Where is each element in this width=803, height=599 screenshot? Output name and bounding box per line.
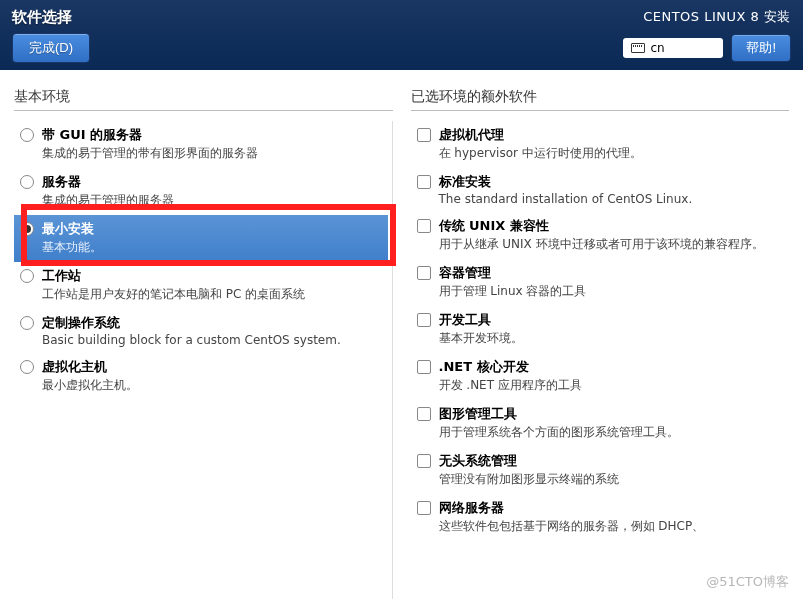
page-title: 软件选择 <box>12 8 90 27</box>
addon-checkbox[interactable] <box>417 219 431 233</box>
env-radio[interactable] <box>20 222 34 236</box>
addon-item[interactable]: 图形管理工具用于管理系统各个方面的图形系统管理工具。 <box>411 400 786 447</box>
base-env-heading: 基本环境 <box>14 88 393 111</box>
env-item-desc: 最小虚拟化主机。 <box>42 377 382 394</box>
addon-item-desc: 开发 .NET 应用程序的工具 <box>439 377 780 394</box>
addons-column: 已选环境的额外软件 虚拟机代理在 hypervisor 中运行时使用的代理。标准… <box>411 88 790 599</box>
keyboard-icon <box>631 43 645 53</box>
addon-item-title: 图形管理工具 <box>439 405 780 423</box>
addon-item[interactable]: .NET 核心开发开发 .NET 应用程序的工具 <box>411 353 786 400</box>
env-list: 带 GUI 的服务器集成的易于管理的带有图形界面的服务器服务器集成的易于管理的服… <box>14 121 393 599</box>
addon-item-desc: 基本开发环境。 <box>439 330 780 347</box>
addon-item-title: 虚拟机代理 <box>439 126 780 144</box>
keyboard-layout-text: cn <box>650 41 664 55</box>
addon-item[interactable]: 传统 UNIX 兼容性用于从继承 UNIX 环境中迁移或者可用于该环境的兼容程序… <box>411 212 786 259</box>
addon-item-title: 容器管理 <box>439 264 780 282</box>
addon-item-desc: 用于管理 Linux 容器的工具 <box>439 283 780 300</box>
addon-item[interactable]: 无头系统管理管理没有附加图形显示终端的系统 <box>411 447 786 494</box>
env-item-desc: Basic building block for a custom CentOS… <box>42 333 382 347</box>
env-radio[interactable] <box>20 128 34 142</box>
help-button[interactable]: 帮助! <box>731 34 791 62</box>
env-radio[interactable] <box>20 316 34 330</box>
addon-item-desc: 这些软件包包括基于网络的服务器，例如 DHCP、 <box>439 518 780 535</box>
brand-label: CENTOS LINUX 8 安装 <box>643 8 791 26</box>
addons-heading: 已选环境的额外软件 <box>411 88 790 111</box>
addon-item[interactable]: 虚拟机代理在 hypervisor 中运行时使用的代理。 <box>411 121 786 168</box>
env-item-desc: 集成的易于管理的带有图形界面的服务器 <box>42 145 382 162</box>
addon-item-title: 网络服务器 <box>439 499 780 517</box>
env-item-title: 定制操作系统 <box>42 314 382 332</box>
addon-item-title: 传统 UNIX 兼容性 <box>439 217 780 235</box>
env-radio[interactable] <box>20 175 34 189</box>
env-item-desc: 工作站是用户友好的笔记本电脑和 PC 的桌面系统 <box>42 286 382 303</box>
env-item[interactable]: 服务器集成的易于管理的服务器 <box>14 168 388 215</box>
addon-item-title: 开发工具 <box>439 311 780 329</box>
env-item-title: 工作站 <box>42 267 382 285</box>
addon-checkbox[interactable] <box>417 266 431 280</box>
addon-checkbox[interactable] <box>417 175 431 189</box>
addon-item-title: 无头系统管理 <box>439 452 780 470</box>
addon-item[interactable]: 开发工具基本开发环境。 <box>411 306 786 353</box>
addon-item-desc: 用于管理系统各个方面的图形系统管理工具。 <box>439 424 780 441</box>
addon-checkbox[interactable] <box>417 501 431 515</box>
addon-checkbox[interactable] <box>417 313 431 327</box>
addon-item-desc: 用于从继承 UNIX 环境中迁移或者可用于该环境的兼容程序。 <box>439 236 780 253</box>
addon-item-desc: 管理没有附加图形显示终端的系统 <box>439 471 780 488</box>
addon-checkbox[interactable] <box>417 360 431 374</box>
addon-item-title: 标准安装 <box>439 173 780 191</box>
env-item[interactable]: 最小安装基本功能。 <box>14 215 388 262</box>
addon-item[interactable]: 容器管理用于管理 Linux 容器的工具 <box>411 259 786 306</box>
addon-checkbox[interactable] <box>417 454 431 468</box>
env-item-title: 最小安装 <box>42 220 382 238</box>
env-radio[interactable] <box>20 269 34 283</box>
base-environment-column: 基本环境 带 GUI 的服务器集成的易于管理的带有图形界面的服务器服务器集成的易… <box>14 88 393 599</box>
env-item[interactable]: 定制操作系统Basic building block for a custom … <box>14 309 388 353</box>
env-item[interactable]: 带 GUI 的服务器集成的易于管理的带有图形界面的服务器 <box>14 121 388 168</box>
env-item[interactable]: 虚拟化主机最小虚拟化主机。 <box>14 353 388 400</box>
keyboard-layout-indicator[interactable]: cn <box>623 38 723 58</box>
env-item-title: 虚拟化主机 <box>42 358 382 376</box>
done-button[interactable]: 完成(D) <box>12 33 90 63</box>
env-item-desc: 基本功能。 <box>42 239 382 256</box>
addon-item-title: .NET 核心开发 <box>439 358 780 376</box>
addon-item-desc: The standard installation of CentOS Linu… <box>439 192 780 206</box>
env-item-title: 带 GUI 的服务器 <box>42 126 382 144</box>
addon-item[interactable]: 标准安装The standard installation of CentOS … <box>411 168 786 212</box>
addon-item-desc: 在 hypervisor 中运行时使用的代理。 <box>439 145 780 162</box>
env-item-desc: 集成的易于管理的服务器 <box>42 192 382 209</box>
addon-list: 虚拟机代理在 hypervisor 中运行时使用的代理。标准安装The stan… <box>411 121 790 599</box>
env-item[interactable]: 工作站工作站是用户友好的笔记本电脑和 PC 的桌面系统 <box>14 262 388 309</box>
env-radio[interactable] <box>20 360 34 374</box>
env-item-title: 服务器 <box>42 173 382 191</box>
addon-item[interactable]: 网络服务器这些软件包包括基于网络的服务器，例如 DHCP、 <box>411 494 786 541</box>
addon-checkbox[interactable] <box>417 407 431 421</box>
addon-checkbox[interactable] <box>417 128 431 142</box>
